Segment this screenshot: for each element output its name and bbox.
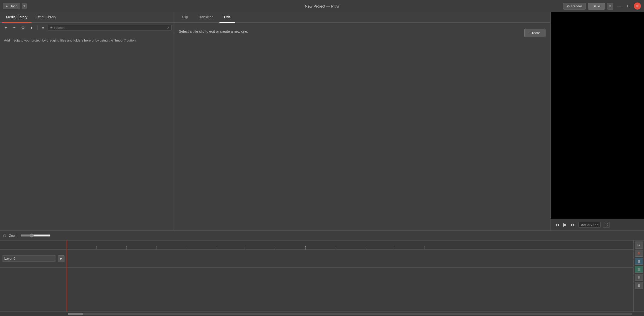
undo-dropdown-button[interactable]: ▾	[22, 3, 27, 9]
undo-button[interactable]: ↩ Undo	[3, 3, 20, 9]
undo-icon: ↩	[6, 4, 9, 8]
search-clear-icon[interactable]: ✕	[167, 26, 170, 30]
search-box: ★ ✕	[48, 25, 172, 31]
ruler-playhead	[67, 241, 67, 249]
media-empty-message: Add media to your project by dragging fi…	[0, 33, 174, 48]
cut-icon[interactable]: ✂	[635, 242, 643, 249]
scrollbar-thumb[interactable]	[68, 313, 83, 315]
tab-media-library[interactable]: Media Library	[2, 12, 31, 23]
layer-0-track	[67, 250, 633, 268]
layer-row: Layer 0 ▶	[0, 250, 67, 268]
layer-name: Layer 0	[2, 255, 56, 262]
titlebar-left: ↩ Undo ▾	[3, 3, 27, 9]
ungroup-icon[interactable]: ▤	[635, 266, 643, 273]
time-display: 00:00.000	[578, 222, 601, 228]
settings-button[interactable]: ⚙	[19, 24, 27, 31]
tab-clip[interactable]: Clip	[178, 12, 192, 23]
scrollbar-track[interactable]	[68, 313, 632, 315]
minimize-button[interactable]: —	[615, 3, 623, 9]
save-button[interactable]: Save	[588, 3, 605, 10]
skip-back-button[interactable]: ⏮	[554, 221, 560, 228]
filter-button[interactable]: ♦	[28, 24, 35, 31]
render-icon: ⚙	[567, 4, 570, 8]
search-star-icon: ★	[50, 26, 53, 30]
play-button[interactable]: ▶	[562, 221, 568, 228]
zoom-icon: ⬡	[3, 233, 6, 238]
preview-area	[551, 12, 644, 219]
timeline-top-bar: ⬡ Zoom	[0, 230, 644, 241]
left-panel: Media Library Effect Library + − ⚙ ♦ ≡ ★…	[0, 12, 174, 230]
timeline-scrollbar	[0, 311, 644, 316]
title-panel-content: Select a title clip to edit or create a …	[174, 23, 551, 230]
zoom-slider[interactable]	[20, 233, 51, 238]
delete-icon[interactable]: ⊘	[635, 250, 643, 257]
track-playhead	[67, 250, 67, 311]
layer-play-button[interactable]: ▶	[58, 255, 65, 262]
layer-controls: Layer 0 ▶	[0, 241, 67, 311]
title-message: Select a title clip to edit or create a …	[179, 29, 519, 34]
skip-forward-button[interactable]: ⏭	[570, 221, 576, 228]
timeline-wrapper: ⬡ Zoom Layer 0 ▶ 00:0000:1000:2000:3000:…	[0, 230, 644, 316]
close-button[interactable]: ✕	[634, 3, 641, 10]
render-button[interactable]: ⚙ Render	[563, 3, 586, 10]
right-panel: ⏮ ▶ ⏭ 00:00.000 ⛶	[551, 12, 644, 230]
create-button[interactable]: Create	[524, 29, 545, 37]
render-label: Render	[571, 4, 582, 8]
tab-title[interactable]: Title	[219, 12, 235, 23]
titlebar-right: ⚙ Render Save ≡ — □ ✕	[563, 3, 641, 10]
timeline-tracks	[67, 250, 633, 311]
playback-controls: ⏮ ▶ ⏭ 00:00.000 ⛶	[551, 219, 644, 230]
middle-panel: Clip Transition Title Select a title cli…	[174, 12, 551, 230]
menu-button[interactable]: ≡	[607, 3, 614, 10]
app-title: New Project — Pitivi	[305, 4, 339, 8]
remove-media-button[interactable]: −	[11, 24, 18, 31]
zoom-label: Zoom	[9, 234, 17, 238]
list-view-button[interactable]: ≡	[40, 24, 47, 31]
group-icon[interactable]: ▦	[635, 258, 643, 265]
maximize-button[interactable]: □	[625, 3, 632, 9]
toolbar-separator	[37, 25, 38, 30]
add-media-button[interactable]: +	[2, 24, 10, 31]
timeline-ruler: 00:0000:1000:2000:3000:4000:5001:0001:10…	[67, 241, 633, 250]
search-input[interactable]	[54, 26, 167, 30]
timeline-body: Layer 0 ▶ 00:0000:1000:2000:3000:4000:50…	[0, 241, 644, 311]
copy-icon[interactable]: ⎘	[635, 274, 643, 281]
clip-tabs: Clip Transition Title	[174, 12, 551, 23]
left-panel-tabs: Media Library Effect Library	[0, 12, 174, 23]
tab-transition[interactable]: Transition	[194, 12, 217, 23]
timeline-sidebar: ✂ ⊘ ▦ ▤ ⎘ ⊟	[633, 241, 644, 311]
titlebar: ↩ Undo ▾ New Project — Pitivi ⚙ Render S…	[0, 0, 644, 12]
main-area: Media Library Effect Library + − ⚙ ♦ ≡ ★…	[0, 12, 644, 230]
fullscreen-button[interactable]: ⛶	[603, 222, 610, 228]
media-toolbar: + − ⚙ ♦ ≡ ★ ✕	[0, 23, 174, 33]
tab-effect-library[interactable]: Effect Library	[31, 12, 60, 23]
paste-icon[interactable]: ⊟	[635, 282, 643, 289]
undo-label: Undo	[10, 4, 17, 8]
timeline-right: 00:0000:1000:2000:3000:4000:5001:0001:10…	[67, 241, 633, 311]
